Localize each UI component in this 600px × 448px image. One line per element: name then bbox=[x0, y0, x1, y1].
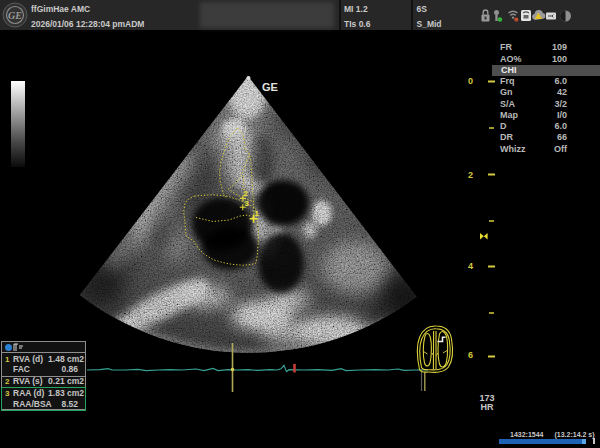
svg-text:2: 2 bbox=[244, 189, 249, 198]
svg-text:1: 1 bbox=[255, 209, 260, 218]
svg-text:GE: GE bbox=[262, 81, 278, 93]
svg-text:3: 3 bbox=[245, 199, 250, 208]
